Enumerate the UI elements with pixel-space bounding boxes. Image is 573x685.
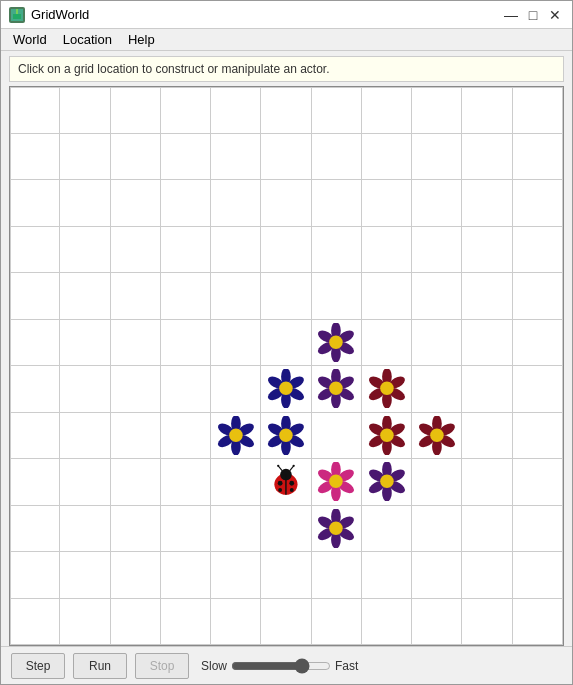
grid-cell[interactable] bbox=[412, 413, 462, 460]
grid-cell[interactable] bbox=[261, 273, 311, 320]
grid-cell[interactable] bbox=[161, 134, 211, 181]
speed-slider[interactable] bbox=[231, 657, 331, 675]
grid-cell[interactable] bbox=[161, 366, 211, 413]
grid-cell[interactable] bbox=[111, 366, 161, 413]
grid-cell[interactable] bbox=[312, 180, 362, 227]
grid-cell[interactable] bbox=[111, 552, 161, 599]
grid-cell[interactable] bbox=[211, 273, 261, 320]
grid-cell[interactable] bbox=[462, 552, 512, 599]
grid-cell[interactable] bbox=[111, 459, 161, 506]
grid-cell[interactable] bbox=[412, 134, 462, 181]
grid-cell[interactable] bbox=[412, 87, 462, 134]
grid-cell[interactable] bbox=[312, 366, 362, 413]
grid-cell[interactable] bbox=[312, 320, 362, 367]
grid-cell[interactable] bbox=[60, 413, 110, 460]
grid-cell[interactable] bbox=[261, 320, 311, 367]
grid-cell[interactable] bbox=[161, 227, 211, 274]
grid-cell[interactable] bbox=[111, 320, 161, 367]
grid-cell[interactable] bbox=[161, 599, 211, 646]
grid-cell[interactable] bbox=[462, 366, 512, 413]
grid-cell[interactable] bbox=[10, 366, 60, 413]
grid-cell[interactable] bbox=[211, 180, 261, 227]
grid-cell[interactable] bbox=[362, 134, 412, 181]
grid-cell[interactable] bbox=[10, 87, 60, 134]
grid-cell[interactable] bbox=[60, 273, 110, 320]
grid-cell[interactable] bbox=[10, 273, 60, 320]
grid-cell[interactable] bbox=[362, 320, 412, 367]
grid-cell[interactable] bbox=[261, 366, 311, 413]
grid-cell[interactable] bbox=[161, 413, 211, 460]
grid-cell[interactable] bbox=[412, 273, 462, 320]
grid-cell[interactable] bbox=[412, 227, 462, 274]
grid-cell[interactable] bbox=[111, 87, 161, 134]
grid-cell[interactable] bbox=[211, 459, 261, 506]
grid-cell[interactable] bbox=[462, 134, 512, 181]
menu-help[interactable]: Help bbox=[120, 30, 163, 49]
grid-cell[interactable] bbox=[261, 413, 311, 460]
grid-cell[interactable] bbox=[211, 134, 261, 181]
grid-cell[interactable] bbox=[261, 180, 311, 227]
maximize-button[interactable]: □ bbox=[524, 6, 542, 24]
grid-cell[interactable] bbox=[60, 87, 110, 134]
grid-cell[interactable] bbox=[211, 552, 261, 599]
grid-cell[interactable] bbox=[211, 366, 261, 413]
grid-cell[interactable] bbox=[412, 366, 462, 413]
grid-cell[interactable] bbox=[312, 506, 362, 553]
grid-cell[interactable] bbox=[111, 227, 161, 274]
grid-cell[interactable] bbox=[362, 227, 412, 274]
grid-cell[interactable] bbox=[462, 227, 512, 274]
grid-cell[interactable] bbox=[111, 506, 161, 553]
grid-cell[interactable] bbox=[10, 320, 60, 367]
grid-cell[interactable] bbox=[261, 227, 311, 274]
grid-cell[interactable] bbox=[161, 273, 211, 320]
grid-cell[interactable] bbox=[261, 599, 311, 646]
grid-cell[interactable] bbox=[312, 552, 362, 599]
grid-cell[interactable] bbox=[513, 413, 563, 460]
grid-cell[interactable] bbox=[462, 599, 512, 646]
grid-cell[interactable] bbox=[513, 227, 563, 274]
grid-cell[interactable] bbox=[513, 459, 563, 506]
grid-cell[interactable] bbox=[211, 599, 261, 646]
menu-location[interactable]: Location bbox=[55, 30, 120, 49]
grid-cell[interactable] bbox=[412, 552, 462, 599]
grid-cell[interactable] bbox=[412, 599, 462, 646]
grid-cell[interactable] bbox=[513, 366, 563, 413]
grid-cell[interactable] bbox=[10, 227, 60, 274]
grid-cell[interactable] bbox=[412, 506, 462, 553]
grid-cell[interactable] bbox=[513, 552, 563, 599]
grid-cell[interactable] bbox=[111, 134, 161, 181]
minimize-button[interactable]: — bbox=[502, 6, 520, 24]
grid-cell[interactable] bbox=[211, 506, 261, 553]
grid-cell[interactable] bbox=[362, 87, 412, 134]
grid-cell[interactable] bbox=[10, 459, 60, 506]
grid-cell[interactable] bbox=[111, 180, 161, 227]
step-button[interactable]: Step bbox=[11, 653, 65, 679]
grid-cell[interactable] bbox=[10, 599, 60, 646]
grid-cell[interactable] bbox=[362, 459, 412, 506]
grid-cell[interactable] bbox=[462, 413, 512, 460]
grid-cell[interactable] bbox=[312, 227, 362, 274]
grid-cell[interactable] bbox=[362, 506, 412, 553]
grid-cell[interactable] bbox=[412, 320, 462, 367]
grid-cell[interactable] bbox=[312, 413, 362, 460]
grid-cell[interactable] bbox=[211, 87, 261, 134]
grid-cell[interactable] bbox=[10, 552, 60, 599]
grid-cell[interactable] bbox=[161, 506, 211, 553]
grid-cell[interactable] bbox=[462, 273, 512, 320]
grid-cell[interactable] bbox=[211, 413, 261, 460]
grid-cell[interactable] bbox=[60, 552, 110, 599]
grid-cell[interactable] bbox=[161, 87, 211, 134]
grid-cell[interactable] bbox=[513, 320, 563, 367]
grid-cell[interactable] bbox=[161, 552, 211, 599]
grid[interactable] bbox=[10, 87, 563, 645]
grid-cell[interactable] bbox=[161, 180, 211, 227]
grid-cell[interactable] bbox=[60, 506, 110, 553]
grid-cell[interactable] bbox=[362, 599, 412, 646]
run-button[interactable]: Run bbox=[73, 653, 127, 679]
grid-cell[interactable] bbox=[513, 599, 563, 646]
close-button[interactable]: ✕ bbox=[546, 6, 564, 24]
grid-cell[interactable] bbox=[111, 273, 161, 320]
grid-cell[interactable] bbox=[10, 180, 60, 227]
grid-cell[interactable] bbox=[60, 459, 110, 506]
grid-cell[interactable] bbox=[111, 599, 161, 646]
